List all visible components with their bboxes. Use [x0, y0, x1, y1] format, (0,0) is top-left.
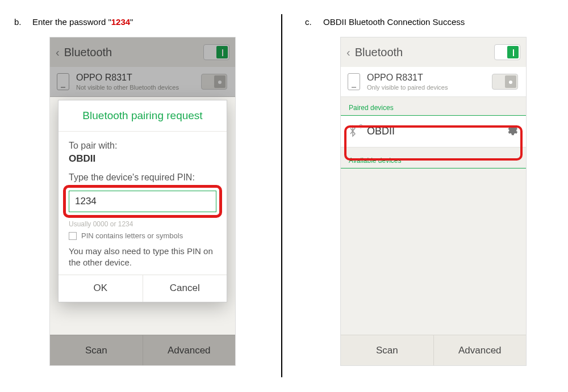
- page-title: Bluetooth: [355, 46, 403, 59]
- pair-with-label: To pair with:: [69, 141, 216, 151]
- pin-prompt: Type the device's required PIN:: [69, 172, 216, 183]
- bluetooth-unknown-icon: ?: [349, 125, 359, 138]
- topbar: ‹ Bluetooth: [341, 37, 526, 67]
- phone-screenshot-c: ‹ Bluetooth OPPO R831T Only visible to p…: [340, 37, 527, 366]
- caption-c-text: OBDII Bluetooth Connection Success: [323, 17, 465, 27]
- my-device-sub: Only visible to paired devices: [367, 84, 485, 91]
- scan-button[interactable]: Scan: [50, 335, 143, 365]
- back-icon[interactable]: ‹: [56, 46, 60, 59]
- dialog-actions: OK Cancel: [59, 275, 227, 302]
- topbar: ‹ Bluetooth: [50, 37, 235, 67]
- available-devices-label: Available devices: [341, 147, 526, 168]
- cancel-button[interactable]: Cancel: [143, 275, 227, 302]
- my-device-sub: Not visible to other Bluetooth devices: [76, 84, 194, 91]
- checkbox-icon[interactable]: [69, 232, 77, 240]
- visibility-toggle[interactable]: [201, 74, 227, 90]
- my-device-name: OPPO R831T: [367, 73, 485, 83]
- pin-letters-checkbox-row[interactable]: PIN contains letters or symbols: [69, 231, 216, 240]
- bluetooth-toggle[interactable]: [494, 44, 520, 60]
- visibility-toggle[interactable]: [492, 74, 518, 90]
- pin-input-wrap: [69, 188, 216, 214]
- advanced-button[interactable]: Advanced: [434, 335, 527, 365]
- caption-b-letter: b.: [14, 17, 24, 27]
- footer-bar: Scan Advanced: [341, 335, 526, 365]
- phone-icon: [348, 73, 360, 90]
- gear-icon[interactable]: [506, 124, 518, 138]
- advanced-button[interactable]: Advanced: [143, 335, 236, 365]
- pairing-dialog: Bluetooth pairing request To pair with: …: [58, 100, 227, 302]
- my-device-row[interactable]: OPPO R831T Not visible to other Bluetoot…: [50, 67, 235, 97]
- dialog-note: You may also need to type this PIN on th…: [69, 246, 216, 269]
- pin-hint: Usually 0000 or 1234: [69, 220, 216, 228]
- caption-b: b. Enter the password "1234": [14, 17, 281, 27]
- page-title: Bluetooth: [64, 46, 112, 59]
- paired-devices-label: Paired devices: [341, 97, 526, 116]
- pair-target: OBDII: [69, 153, 216, 165]
- bluetooth-toggle[interactable]: [203, 44, 229, 60]
- my-device-row[interactable]: OPPO R831T Only visible to paired device…: [341, 67, 526, 97]
- checkbox-label: PIN contains letters or symbols: [81, 231, 183, 240]
- phone-icon: [57, 73, 69, 90]
- caption-c: c. OBDII Bluetooth Connection Success: [305, 17, 549, 27]
- dialog-title: Bluetooth pairing request: [59, 100, 227, 132]
- footer-bar: Scan Advanced: [50, 335, 235, 365]
- caption-b-text: Enter the password "1234": [32, 17, 133, 27]
- scan-button[interactable]: Scan: [341, 335, 434, 365]
- ok-button[interactable]: OK: [59, 275, 143, 302]
- paired-device-name: OBDII: [367, 125, 498, 137]
- pin-input[interactable]: [69, 191, 216, 212]
- caption-c-letter: c.: [305, 17, 315, 27]
- caption-b-password: 1234: [111, 17, 130, 27]
- my-device-name: OPPO R831T: [76, 73, 194, 83]
- back-icon[interactable]: ‹: [346, 46, 350, 59]
- paired-device-row[interactable]: ? OBDII: [341, 116, 526, 147]
- phone-screenshot-b: ‹ Bluetooth OPPO R831T Not visible to ot…: [49, 37, 236, 366]
